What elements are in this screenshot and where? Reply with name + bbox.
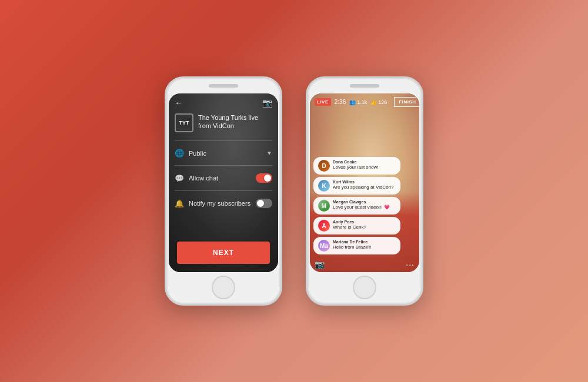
allow-chat-toggle[interactable]	[256, 173, 272, 183]
avatar-initial-andy: A	[318, 220, 330, 232]
notify-label: Notify my subscribers	[189, 200, 251, 207]
option-notify[interactable]: 🔔 Notify my subscribers	[169, 193, 278, 213]
chat-area: D Dana Cooke Loved your last show! K Kur…	[310, 110, 419, 257]
phone1-topbar: ← 📷	[169, 93, 278, 110]
next-button[interactable]: NEXT	[177, 242, 270, 264]
phone-live: LIVE 2:36 👥 1.1k 👍 126 FINISH	[306, 76, 423, 306]
chat-text-5: Hello from Brazil!!!	[333, 244, 371, 250]
viewers-icon: 👥	[349, 99, 356, 105]
phone-live-screen: LIVE 2:36 👥 1.1k 👍 126 FINISH	[310, 93, 419, 272]
option-allow-chat[interactable]: 💬 Allow chat	[169, 168, 278, 188]
channel-title: The Young Turks live from VidCon	[198, 113, 272, 130]
avatar-andy: A	[318, 220, 330, 232]
chat-message-5: Ma Mariana De Felice Hello from Brazil!!…	[313, 237, 400, 254]
chevron-icon: ▼	[266, 150, 272, 156]
back-icon[interactable]: ←	[175, 98, 183, 108]
chat-text-4: Where is Cenk?	[333, 224, 366, 230]
phone-setup-screen: ← 📷 TYT The Young Turks live from VidCon…	[169, 93, 278, 272]
divider-1	[175, 140, 272, 141]
username-2: Kurt Wilms	[333, 180, 393, 185]
chat-message-1: D Dana Cooke Loved your last show!	[313, 157, 400, 175]
option-public[interactable]: 🌐 Public ▼	[169, 143, 278, 163]
username-5: Mariana De Felice	[333, 240, 371, 244]
allow-chat-label: Allow chat	[189, 175, 251, 182]
stream-time: 2:36	[335, 99, 346, 105]
channel-logo: TYT	[175, 113, 193, 132]
live-badge: LIVE	[315, 98, 331, 106]
username-1: Dana Cooke	[333, 160, 378, 165]
avatar-initial-maegan: M	[318, 200, 330, 212]
avatar-mariana: Ma	[318, 240, 330, 252]
chat-icon: 💬	[175, 174, 184, 183]
phone2-bottombar: 📷 ···	[310, 257, 419, 272]
chat-text-1: Loved your last show!	[333, 165, 378, 170]
chat-content-3: Maegan Clawges Love your latest video!!!…	[333, 200, 390, 211]
notify-toggle[interactable]	[256, 199, 272, 208]
phone-setup: ← 📷 TYT The Young Turks live from VidCon…	[165, 76, 282, 306]
avatar-initial-mariana: Ma	[318, 240, 330, 252]
chat-message-2: K Kurt Wilms Are you speaking at VidCon?	[313, 177, 400, 195]
chat-content-5: Mariana De Felice Hello from Brazil!!!	[333, 240, 371, 251]
chat-text-3: Love your latest video!!! 💗	[333, 205, 390, 210]
chat-text-2: Are you speaking at VidCon?	[333, 185, 393, 190]
camera-icon-phone2[interactable]: 📷	[315, 260, 325, 269]
channel-info: TYT The Young Turks live from VidCon	[169, 110, 278, 138]
public-label: Public	[189, 150, 262, 157]
viewers-number: 1.1k	[357, 99, 367, 105]
bell-icon: 🔔	[175, 199, 184, 208]
finish-button[interactable]: FINISH	[394, 97, 419, 107]
divider-2	[175, 165, 272, 166]
phone2-content: LIVE 2:36 👥 1.1k 👍 126 FINISH	[310, 93, 419, 272]
camera-icon-phone1[interactable]: 📷	[262, 98, 272, 108]
avatar-initial-dana: D	[318, 160, 330, 172]
chat-content-1: Dana Cooke Loved your last show!	[333, 160, 378, 171]
chat-content-4: Andy Poes Where is Cenk?	[333, 220, 366, 231]
more-icon[interactable]: ···	[406, 260, 415, 269]
username-4: Andy Poes	[333, 220, 366, 224]
like-icon: 👍	[370, 99, 377, 105]
likes-count: 👍 126	[370, 99, 387, 105]
phone1-content: ← 📷 TYT The Young Turks live from VidCon…	[169, 93, 278, 272]
likes-number: 126	[378, 99, 387, 105]
scene-container: ← 📷 TYT The Young Turks live from VidCon…	[0, 0, 588, 382]
spacer	[169, 213, 278, 237]
avatar-maegan: M	[318, 200, 330, 212]
chat-content-2: Kurt Wilms Are you speaking at VidCon?	[333, 180, 393, 191]
chat-message-3: M Maegan Clawges Love your latest video!…	[313, 197, 400, 215]
avatar-initial-kurt: K	[318, 180, 330, 192]
phone2-topbar: LIVE 2:36 👥 1.1k 👍 126 FINISH	[310, 93, 419, 110]
avatar-dana: D	[318, 160, 330, 172]
divider-3	[175, 190, 272, 191]
avatar-kurt: K	[318, 180, 330, 192]
chat-message-4: A Andy Poes Where is Cenk?	[313, 217, 400, 234]
viewers-count: 👥 1.1k	[349, 99, 367, 105]
globe-icon: 🌐	[175, 149, 184, 158]
